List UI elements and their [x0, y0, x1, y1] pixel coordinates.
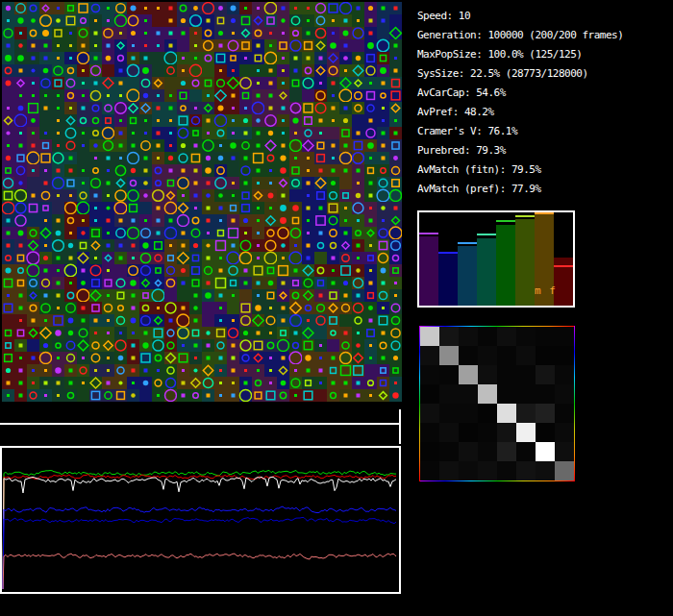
- matrix-cell: [555, 423, 574, 442]
- matrix-cell: [420, 365, 439, 384]
- histogram-marker: [554, 265, 573, 267]
- histogram-bar: [419, 236, 438, 306]
- matrix-cell: [420, 327, 439, 346]
- matrix-cell: [497, 327, 516, 346]
- matrix-cell: [459, 346, 478, 365]
- matrix-cell: [478, 365, 497, 384]
- matrix-cell: [459, 423, 478, 442]
- histogram-marker: [535, 212, 554, 214]
- matrix-cell: [497, 346, 516, 365]
- matrix-cell: [497, 461, 516, 480]
- matrix-cell: [478, 461, 497, 480]
- stats-panel: Speed: 10Generation: 100000 (200/200 fra…: [417, 7, 623, 199]
- matrix-cell: [459, 404, 478, 423]
- matrix-cell: [478, 346, 497, 365]
- matrix-cell: [459, 327, 478, 346]
- history-line-chart: [2, 448, 399, 592]
- matrix-cell: [516, 442, 536, 461]
- matrix-cell: [497, 404, 516, 423]
- histogram-marker: [496, 220, 515, 222]
- matrix-cell: [536, 365, 555, 384]
- matrix-cell: [536, 327, 555, 346]
- matrix-cell: [555, 365, 574, 384]
- matrix-cell: [497, 384, 516, 404]
- matrix-cell: [536, 346, 555, 365]
- app-screen: Speed: 10Generation: 100000 (200/200 fra…: [0, 0, 673, 616]
- histogram-marker: [515, 215, 535, 217]
- histogram-marker: [438, 252, 458, 254]
- histogram-bar: [496, 225, 515, 306]
- divider-vertical: [399, 409, 401, 444]
- matrix-cell: [516, 346, 536, 365]
- stat-line: AvCarCap: 54.6%: [417, 84, 623, 103]
- matrix-cell: [497, 442, 516, 461]
- histogram-bar: [477, 238, 496, 306]
- histogram-panel: m f: [417, 210, 575, 308]
- matrix-cell: [516, 384, 536, 404]
- matrix-cell: [497, 423, 516, 442]
- matrix-cell: [478, 404, 497, 423]
- stat-line: AvMatch (fitn): 79.5%: [417, 160, 623, 180]
- matrix-cell: [555, 404, 574, 423]
- stat-line: Speed: 10: [417, 7, 623, 26]
- stat-line: AvPref: 48.2%: [417, 103, 623, 122]
- matrix-cell: [555, 327, 574, 346]
- matrix-cell: [536, 384, 555, 404]
- matrix-cell: [516, 404, 536, 423]
- matrix-cell: [439, 384, 459, 404]
- matrix-cell: [478, 327, 497, 346]
- matrix-cell: [459, 365, 478, 384]
- matrix-cell: [478, 384, 497, 404]
- matrix-cell: [516, 365, 536, 384]
- matrix-cell: [420, 404, 439, 423]
- stat-line: Purebred: 79.3%: [417, 141, 623, 160]
- matrix-cell: [516, 461, 536, 480]
- matrix-cell: [497, 365, 516, 384]
- matrix-cell: [439, 461, 459, 480]
- stat-line: Cramer's V: 76.1%: [417, 122, 623, 141]
- matrix-cell: [439, 404, 459, 423]
- histogram-marker: [419, 233, 438, 234]
- matrix-cell: [478, 423, 497, 442]
- matrix-cell: [555, 461, 574, 480]
- matrix-cell: [420, 384, 439, 404]
- similarity-matrix-panel: [419, 326, 575, 481]
- stat-line: MaxPopSize: 100.0% (125/125): [417, 45, 623, 64]
- population-grid[interactable]: [2, 2, 402, 402]
- matrix-cell: [459, 461, 478, 480]
- matrix-cell: [536, 423, 555, 442]
- history-chart-panel: [0, 446, 401, 594]
- matrix-cell: [439, 365, 459, 384]
- matrix-cell: [478, 442, 497, 461]
- matrix-border-right: [574, 326, 575, 481]
- matrix-cell: [536, 442, 555, 461]
- matrix-cell: [420, 423, 439, 442]
- matrix-cell: [420, 346, 439, 365]
- divider-horizontal: [0, 423, 400, 425]
- histogram-bar: [438, 254, 458, 306]
- matrix-cell: [439, 327, 459, 346]
- histogram-bar: [458, 246, 477, 306]
- matrix-cell: [555, 346, 574, 365]
- matrix-cell: [439, 346, 459, 365]
- matrix-cell: [439, 423, 459, 442]
- histogram-marker: [477, 234, 496, 235]
- matrix-cell: [439, 442, 459, 461]
- matrix-cell: [536, 404, 555, 423]
- matrix-cell: [420, 461, 439, 480]
- sex-label: m f: [535, 285, 557, 297]
- matrix-cell: [459, 384, 478, 404]
- matrix-cell: [420, 442, 439, 461]
- similarity-matrix: [420, 327, 574, 480]
- histogram-marker: [458, 242, 477, 244]
- matrix-cell: [516, 423, 536, 442]
- stat-line: Generation: 100000 (200/200 frames): [417, 26, 623, 45]
- matrix-cell: [516, 327, 536, 346]
- matrix-border-bottom: [419, 480, 575, 481]
- stat-line: AvMatch (pref): 77.9%: [417, 180, 623, 199]
- stat-line: SysSize: 22.5% (28773/128000): [417, 64, 623, 84]
- matrix-cell: [555, 384, 574, 404]
- histogram-bar: [515, 219, 535, 306]
- matrix-cell: [555, 442, 574, 461]
- matrix-cell: [459, 442, 478, 461]
